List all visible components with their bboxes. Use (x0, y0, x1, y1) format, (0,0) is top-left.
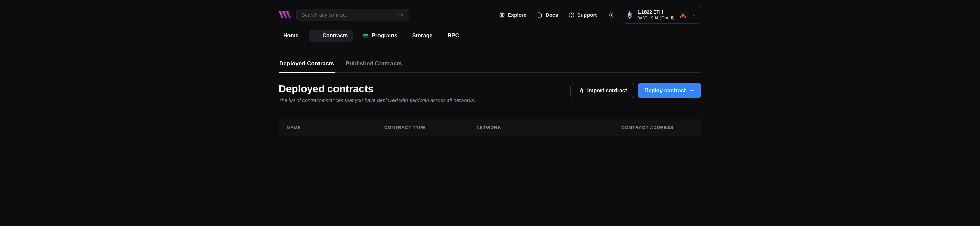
svg-point-2 (571, 16, 571, 16)
docs-link[interactable]: Docs (534, 12, 561, 18)
wallet-button[interactable]: 1.1822 ETH 0×39...9d4 (Goerli) (622, 6, 702, 24)
nav-contracts-label: Contracts (322, 33, 348, 39)
import-button-label: Import contract (587, 87, 627, 93)
svg-rect-5 (363, 35, 368, 36)
ethereum-icon (627, 11, 633, 19)
tab-deployed-label: Deployed Contracts (279, 60, 334, 67)
tab-published-label: Published Contracts (346, 60, 402, 67)
nav-home[interactable]: Home (278, 30, 303, 41)
header-actions: Import contract Deploy contract (571, 83, 702, 98)
search-placeholder: Search any contract (301, 12, 347, 18)
top-bar: Search any contract ⌘K Explore Docs Supp… (278, 0, 702, 30)
docs-label: Docs (546, 12, 558, 18)
tab-deployed-contracts[interactable]: Deployed Contracts (278, 60, 335, 73)
wallet-address: 0×39...9d4 (Goerli) (637, 15, 675, 21)
metamask-icon (679, 11, 687, 19)
sub-tabs: Deployed Contracts Published Contracts (278, 60, 702, 73)
tab-published-contracts[interactable]: Published Contracts (345, 60, 403, 73)
chevron-down-icon (692, 13, 696, 17)
main-nav: Home Contracts Programs Storage RPC (0, 30, 980, 47)
sun-icon (608, 12, 614, 18)
svg-rect-6 (363, 36, 368, 38)
logo[interactable] (278, 11, 291, 19)
nav-storage[interactable]: Storage (407, 30, 438, 41)
wallet-balance: 1.1822 ETH (637, 9, 675, 15)
nav-contracts[interactable]: Contracts (309, 30, 353, 41)
explore-link[interactable]: Explore (496, 12, 529, 18)
svg-rect-4 (363, 34, 368, 35)
column-type: CONTRACT TYPE (384, 125, 476, 130)
globe-icon (499, 12, 505, 18)
search-shortcut: ⌘K (396, 12, 404, 17)
table-header: NAME CONTRACT TYPE NETWORK CONTRACT ADDR… (287, 125, 693, 130)
document-icon (537, 12, 543, 18)
theme-toggle[interactable] (604, 12, 617, 18)
deploy-button-label: Deploy contract (644, 87, 686, 93)
sparkle-icon (313, 33, 319, 38)
wallet-info: 1.1822 ETH 0×39...9d4 (Goerli) (637, 9, 675, 21)
svg-point-3 (610, 14, 612, 16)
column-address: CONTRACT ADDRESS (622, 125, 693, 130)
nav-home-label: Home (283, 33, 298, 39)
explore-label: Explore (508, 12, 527, 18)
page-header: Deployed contracts The list of contract … (278, 83, 702, 103)
nav-programs[interactable]: Programs (358, 30, 402, 41)
page-title: Deployed contracts (278, 83, 475, 95)
page-description: The list of contract instances that you … (278, 97, 475, 103)
support-link[interactable]: Support (566, 12, 600, 18)
nav-rpc-label: RPC (447, 33, 459, 39)
column-network: NETWORK (476, 125, 622, 130)
contracts-table: NAME CONTRACT TYPE NETWORK CONTRACT ADDR… (278, 119, 702, 136)
nav-programs-label: Programs (372, 33, 397, 39)
help-icon (568, 12, 574, 18)
nav-rpc[interactable]: RPC (442, 30, 464, 41)
plus-icon (689, 88, 695, 93)
deploy-contract-button[interactable]: Deploy contract (638, 83, 702, 98)
content: Deployed Contracts Published Contracts D… (278, 47, 702, 136)
support-label: Support (577, 12, 597, 18)
search-input[interactable]: Search any contract ⌘K (296, 8, 409, 21)
nav-storage-label: Storage (412, 33, 433, 39)
import-icon (578, 87, 584, 93)
column-name: NAME (287, 125, 384, 130)
solana-icon (363, 33, 368, 38)
import-contract-button[interactable]: Import contract (571, 83, 634, 98)
